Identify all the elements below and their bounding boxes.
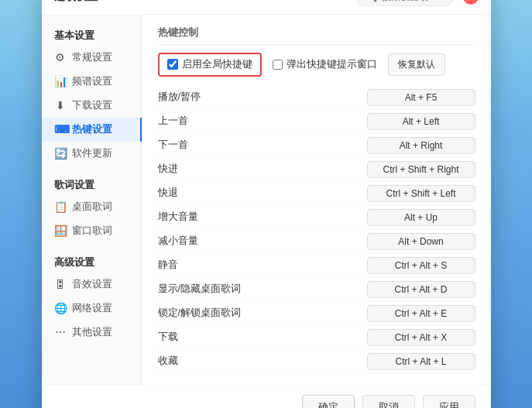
hotkey-row: 静音 Ctrl + Alt + S (158, 254, 475, 278)
sidebar-item-label: 频谱设置 (72, 75, 112, 88)
sidebar-item-label: 窗口歌词 (72, 225, 112, 238)
sidebar-section-advanced: 高级设置 (42, 251, 142, 273)
hotkey-key-value[interactable]: Ctrl + Alt + L (367, 353, 475, 370)
footer: 确定 取消 应用 (42, 385, 491, 409)
hotkey-row: 快进 Ctrl + Shift + Right (158, 158, 475, 182)
hotkey-control-area: 启用全局快捷键 弹出快捷键提示窗口 恢复默认 (158, 53, 475, 77)
hotkey-action-label: 增大音量 (158, 211, 228, 224)
hotkey-icon: ⌨ (54, 123, 67, 135)
hotkey-action-label: 下一首 (158, 139, 228, 152)
sidebar-item-other[interactable]: ⋯ 其他设置 (42, 321, 142, 345)
hotkey-action-label: 静音 (158, 259, 228, 272)
desktop-lyrics-icon: 📋 (54, 201, 67, 213)
sidebar-item-label: 音效设置 (72, 278, 112, 291)
hotkey-row: 播放/暂停 Alt + F5 (158, 86, 475, 110)
sidebar-section-lyrics: 歌词设置 (42, 173, 142, 195)
apply-button[interactable]: 应用 (423, 395, 475, 409)
hotkey-row: 下载 Ctrl + Alt + X (158, 326, 475, 350)
update-icon: 🔄 (54, 147, 67, 159)
sidebar-item-window-lyrics[interactable]: 🪟 窗口歌词 (42, 219, 142, 243)
hotkey-list: 播放/暂停 Alt + F5 上一首 Alt + Left 下一首 Alt + … (158, 86, 475, 374)
hotkey-action-label: 上一首 (158, 115, 228, 128)
title-right: 🔍 × (355, 0, 479, 6)
enable-global-hotkey-text: 启用全局快捷键 (182, 58, 252, 71)
sidebar-item-effects[interactable]: 🎛 音效设置 (42, 273, 142, 297)
sidebar-item-label: 网络设置 (72, 302, 112, 315)
main-content: 热键控制 启用全局快捷键 弹出快捷键提示窗口 恢复默认 播放/暂 (142, 15, 491, 385)
sidebar: 基本设置 ⚙ 常规设置 📊 频谱设置 ⬇ 下载设置 ⌨ 热键设置 🔄 软件更新 (42, 15, 142, 385)
hotkey-action-label: 收藏 (158, 355, 228, 368)
close-button[interactable]: × (463, 0, 479, 5)
download-icon: ⬇ (54, 99, 67, 111)
hotkey-row: 上一首 Alt + Left (158, 110, 475, 134)
sidebar-item-label: 其他设置 (72, 326, 112, 339)
confirm-button[interactable]: 确定 (302, 395, 355, 409)
hotkey-key-value[interactable]: Ctrl + Alt + E (367, 305, 475, 322)
enable-global-hotkey-checkbox[interactable] (167, 59, 178, 70)
hotkey-key-value[interactable]: Ctrl + Alt + X (367, 329, 475, 346)
network-icon: 🌐 (54, 302, 67, 314)
sidebar-item-hotkey[interactable]: ⌨ 热键设置 (42, 118, 142, 142)
restore-default-button[interactable]: 恢复默认 (388, 53, 445, 76)
sidebar-item-label: 桌面歌词 (72, 201, 112, 214)
sidebar-item-desktop-lyrics[interactable]: 📋 桌面歌词 (42, 195, 142, 219)
sidebar-item-label: 热键设置 (72, 123, 112, 136)
sidebar-item-update[interactable]: 🔄 软件更新 (42, 142, 142, 166)
hotkey-key-value[interactable]: Alt + F5 (367, 89, 475, 106)
hotkey-row: 增大音量 Alt + Up (158, 206, 475, 230)
hotkey-key-value[interactable]: Alt + Right (367, 137, 475, 154)
popup-hint-label[interactable]: 弹出快捷键提示窗口 (273, 58, 377, 71)
popup-hint-text: 弹出快捷键提示窗口 (287, 58, 377, 71)
sidebar-item-download[interactable]: ⬇ 下载设置 (42, 94, 142, 118)
hotkey-action-label: 播放/暂停 (158, 91, 228, 104)
hotkey-row: 锁定/解锁桌面歌词 Ctrl + Alt + E (158, 302, 475, 326)
effects-icon: 🎛 (54, 278, 67, 290)
hotkey-action-label: 显示/隐藏桌面歌词 (158, 283, 241, 296)
sidebar-item-spectrum[interactable]: 📊 频谱设置 (42, 70, 142, 94)
general-icon: ⚙ (54, 51, 67, 63)
hotkey-row: 显示/隐藏桌面歌词 Ctrl + Alt + D (158, 278, 475, 302)
hotkey-key-value[interactable]: Alt + Left (367, 113, 475, 130)
hotkey-action-label: 快进 (158, 163, 228, 176)
hotkey-key-value[interactable]: Ctrl + Alt + D (367, 281, 475, 298)
sidebar-section-basic: 基本设置 (42, 24, 142, 46)
sidebar-item-general[interactable]: ⚙ 常规设置 (42, 46, 142, 70)
hotkey-row: 下一首 Alt + Right (158, 134, 475, 158)
dialog-title: 选项设置 (54, 0, 98, 4)
spectrum-icon: 📊 (54, 75, 67, 87)
enable-global-hotkey-label[interactable]: 启用全局快捷键 (167, 58, 252, 71)
hotkey-key-value[interactable]: Ctrl + Shift + Left (367, 185, 475, 202)
popup-hint-checkbox[interactable] (273, 60, 283, 70)
sidebar-item-label: 软件更新 (72, 147, 112, 160)
hotkey-key-value[interactable]: Alt + Down (367, 233, 475, 250)
other-icon: ⋯ (54, 326, 67, 338)
search-icon: 🔍 (366, 0, 377, 2)
hotkey-key-value[interactable]: Alt + Up (367, 209, 475, 226)
search-box[interactable]: 🔍 (355, 0, 454, 6)
search-input[interactable] (382, 0, 444, 2)
section-header: 热键控制 (158, 26, 475, 45)
title-bar: 选项设置 🔍 × (42, 0, 491, 15)
dialog-body: 基本设置 ⚙ 常规设置 📊 频谱设置 ⬇ 下载设置 ⌨ 热键设置 🔄 软件更新 (42, 15, 491, 385)
sidebar-item-label: 常规设置 (72, 51, 112, 64)
enable-hotkey-box: 启用全局快捷键 (158, 53, 262, 77)
hotkey-key-value[interactable]: Ctrl + Alt + S (367, 257, 475, 274)
hotkey-action-label: 下载 (158, 331, 228, 344)
hotkey-action-label: 锁定/解锁桌面歌词 (158, 307, 241, 320)
sidebar-item-label: 下载设置 (72, 99, 112, 112)
hotkey-row: 快退 Ctrl + Shift + Left (158, 182, 475, 206)
hotkey-action-label: 快退 (158, 187, 228, 200)
hotkey-action-label: 减小音量 (158, 235, 228, 248)
settings-dialog: 选项设置 🔍 × 基本设置 ⚙ 常规设置 📊 频谱设置 ⬇ 下载 (42, 0, 491, 408)
hotkey-key-value[interactable]: Ctrl + Shift + Right (367, 161, 475, 178)
window-lyrics-icon: 🪟 (54, 225, 67, 237)
sidebar-item-network[interactable]: 🌐 网络设置 (42, 297, 142, 321)
cancel-button[interactable]: 取消 (362, 395, 415, 409)
hotkey-row: 收藏 Ctrl + Alt + L (158, 350, 475, 374)
hotkey-row: 减小音量 Alt + Down (158, 230, 475, 254)
